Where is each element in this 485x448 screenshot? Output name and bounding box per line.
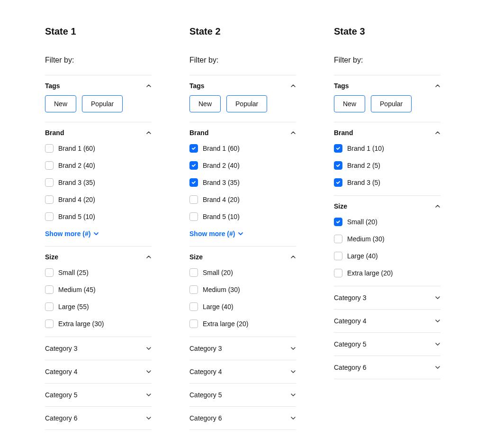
checkbox[interactable] [189,320,198,328]
size-header[interactable]: Size [334,196,440,216]
show-more-link[interactable]: Show more (#) [45,230,99,246]
tag-new[interactable]: New [334,95,365,112]
size-item[interactable]: Extra large (30) [45,320,152,328]
checkbox[interactable] [334,161,342,170]
checkbox[interactable] [189,161,198,170]
size-label: Small (20) [347,218,377,226]
tags-section: Tags New Popular [334,75,440,122]
category-row[interactable]: Category 6 [189,406,296,430]
brand-item[interactable]: Brand 4 (20) [189,195,296,204]
size-item[interactable]: Medium (30) [334,235,440,243]
size-item[interactable]: Small (20) [334,218,440,226]
checkbox[interactable] [189,212,198,221]
size-item[interactable]: Medium (30) [189,285,296,294]
checkbox[interactable] [334,252,342,260]
category-row[interactable]: Category 4 [334,309,440,332]
brand-header[interactable]: Brand [334,122,440,142]
brand-item[interactable]: Brand 3 (5) [334,178,440,187]
checkbox[interactable] [334,144,342,153]
checkbox[interactable] [45,268,54,277]
checkbox[interactable] [334,218,342,226]
tag-new[interactable]: New [45,95,76,112]
category-label: Category 5 [189,391,222,399]
brand-item[interactable]: Brand 3 (35) [189,178,296,187]
checkbox[interactable] [45,195,54,204]
brand-item[interactable]: Brand 1 (10) [334,144,440,153]
category-row[interactable]: Category 3 [45,337,152,360]
category-row[interactable]: Category 4 [45,360,152,383]
checkbox[interactable] [189,195,198,204]
checkbox[interactable] [45,178,54,187]
size-header[interactable]: Size [189,247,296,266]
category-row[interactable]: Category 4 [189,360,296,383]
checkbox[interactable] [45,144,54,153]
brand-item[interactable]: Brand 2 (5) [334,161,440,170]
category-row[interactable]: Category 6 [334,356,440,379]
brand-item[interactable]: Brand 1 (60) [189,144,296,153]
brand-header[interactable]: Brand [45,122,152,142]
chevron-down-icon [146,369,152,375]
category-label: Category 4 [45,368,77,375]
checkbox[interactable] [45,161,54,170]
brand-item[interactable]: Brand 4 (20) [45,195,152,204]
size-item[interactable]: Large (55) [45,302,152,311]
state-title: State 1 [45,26,152,37]
size-item[interactable]: Large (40) [334,252,440,260]
checkbox[interactable] [45,302,54,311]
brand-title: Brand [189,129,208,137]
size-list: Small (25) Medium (45) Large (55) Extra … [45,266,152,337]
category-row[interactable]: Category 6 [45,406,152,430]
brand-header[interactable]: Brand [189,122,296,142]
checkbox[interactable] [189,178,198,187]
category-row[interactable]: Category 3 [334,286,440,309]
category-row[interactable]: Category 3 [189,337,296,360]
tags-row: New Popular [45,95,152,122]
tags-header[interactable]: Tags [334,75,440,95]
brand-list: Brand 1 (60) Brand 2 (40) Brand 3 (35) B… [189,142,296,229]
state-column: State 3 Filter by: Tags New Popular Bran… [334,26,440,430]
category-row[interactable]: Category 5 [189,383,296,406]
brand-item[interactable]: Brand 1 (60) [45,144,152,153]
brand-item[interactable]: Brand 2 (40) [45,161,152,170]
category-label: Category 4 [334,317,366,325]
category-row[interactable]: Category 5 [45,383,152,406]
size-item[interactable]: Extra large (20) [334,269,440,277]
checkbox[interactable] [334,235,342,243]
checkbox[interactable] [189,302,198,311]
brand-item[interactable]: Brand 5 (10) [45,212,152,221]
size-label: Medium (45) [58,286,96,293]
checkbox[interactable] [45,212,54,221]
size-item[interactable]: Small (20) [189,268,296,277]
checkbox[interactable] [189,268,198,277]
brand-item[interactable]: Brand 3 (35) [45,178,152,187]
tag-popular[interactable]: Popular [82,95,123,112]
tags-header[interactable]: Tags [45,75,152,95]
size-item[interactable]: Large (40) [189,302,296,311]
checkbox[interactable] [45,320,54,328]
tag-popular[interactable]: Popular [226,95,267,112]
size-item[interactable]: Small (25) [45,268,152,277]
checkbox[interactable] [334,178,342,187]
brand-item[interactable]: Brand 2 (40) [189,161,296,170]
size-label: Extra large (20) [203,320,248,328]
show-more-link[interactable]: Show more (#) [189,230,243,246]
chevron-up-icon [435,203,440,209]
tags-header[interactable]: Tags [189,75,296,95]
size-list: Small (20) Medium (30) Large (40) Extra … [334,216,440,286]
category-row[interactable]: Category 5 [334,332,440,356]
size-item[interactable]: Medium (45) [45,285,152,294]
checkbox[interactable] [45,285,54,294]
tag-new[interactable]: New [189,95,221,112]
checkbox[interactable] [189,285,198,294]
brand-item[interactable]: Brand 5 (10) [189,212,296,221]
checkbox[interactable] [334,269,342,277]
size-header[interactable]: Size [45,247,152,266]
tag-popular[interactable]: Popular [371,95,412,112]
tags-title: Tags [45,82,60,90]
checkbox[interactable] [189,144,198,153]
state-column: State 1 Filter by: Tags New Popular Bran… [45,26,152,430]
size-item[interactable]: Extra large (20) [189,320,296,328]
state-column: State 2 Filter by: Tags New Popular Bran… [189,26,296,430]
size-label: Extra large (30) [58,320,104,328]
filter-by-label: Filter by: [334,56,440,64]
